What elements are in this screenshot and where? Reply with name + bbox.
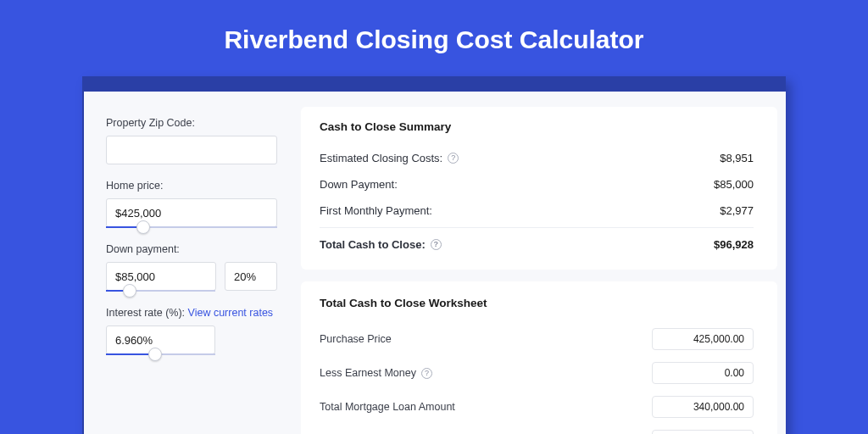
- summary-row-value: $2,977: [720, 204, 754, 217]
- down-payment-field: Down payment: $85,000 20%: [106, 243, 277, 292]
- help-icon[interactable]: ?: [421, 368, 432, 379]
- zip-field: Property Zip Code:: [106, 117, 277, 164]
- summary-row-label: Estimated Closing Costs:: [320, 152, 442, 164]
- summary-total-value: $96,928: [714, 238, 754, 251]
- home-price-slider[interactable]: [106, 226, 277, 228]
- home-price-label: Home price:: [106, 180, 277, 192]
- interest-rate-label-text: Interest rate (%):: [106, 307, 185, 319]
- summary-total-label: Total Cash to Close:: [320, 238, 426, 251]
- worksheet-row: Total Mortgage Loan Amount 340,000.00: [320, 391, 754, 425]
- help-icon[interactable]: ?: [431, 239, 442, 250]
- summary-row-value: $85,000: [714, 178, 754, 191]
- zip-input[interactable]: [106, 136, 277, 164]
- down-payment-slider[interactable]: [106, 290, 215, 292]
- worksheet-row-input[interactable]: 425,000.00: [652, 328, 754, 350]
- input-sidebar: Property Zip Code: Home price: $425,000 …: [84, 92, 296, 434]
- slider-thumb-icon[interactable]: [148, 348, 162, 361]
- worksheet-row: Purchase Price 425,000.00: [320, 323, 754, 357]
- worksheet-row-label: Purchase Price: [320, 333, 392, 345]
- interest-rate-slider[interactable]: [106, 353, 215, 355]
- worksheet-row-input[interactable]: 340,000.00: [652, 396, 754, 418]
- down-payment-pct-input[interactable]: 20%: [225, 262, 277, 291]
- interest-rate-field: Interest rate (%): View current rates 6.…: [106, 307, 277, 355]
- calculator-card: Property Zip Code: Home price: $425,000 …: [84, 92, 786, 434]
- worksheet-row-label: Less Earnest Money: [320, 367, 416, 379]
- results-panel: Cash to Close Summary Estimated Closing …: [296, 92, 786, 434]
- cash-to-close-summary: Cash to Close Summary Estimated Closing …: [301, 107, 777, 270]
- worksheet-row: Total Second Mortgage Amount ?: [320, 425, 754, 434]
- help-icon[interactable]: ?: [448, 153, 459, 164]
- worksheet-row-label: Total Mortgage Loan Amount: [320, 401, 455, 413]
- summary-total-row: Total Cash to Close: ? $96,928: [320, 227, 754, 258]
- zip-label: Property Zip Code:: [106, 117, 277, 129]
- page-title: Riverbend Closing Cost Calculator: [0, 0, 868, 76]
- summary-heading: Cash to Close Summary: [320, 120, 754, 133]
- slider-thumb-icon[interactable]: [136, 220, 150, 234]
- view-current-rates-link[interactable]: View current rates: [188, 307, 274, 319]
- worksheet-heading: Total Cash to Close Worksheet: [320, 297, 754, 309]
- worksheet-row-input[interactable]: 0.00: [652, 362, 754, 384]
- summary-row: First Monthly Payment: $2,977: [320, 198, 754, 224]
- summary-row-label: Down Payment:: [320, 178, 398, 191]
- home-price-field: Home price: $425,000: [106, 180, 277, 228]
- summary-row-value: $8,951: [720, 152, 754, 164]
- interest-rate-label: Interest rate (%): View current rates: [106, 307, 277, 319]
- home-price-input[interactable]: $425,000: [106, 198, 277, 227]
- cash-to-close-worksheet: Total Cash to Close Worksheet Purchase P…: [301, 281, 777, 434]
- down-payment-label: Down payment:: [106, 243, 277, 255]
- down-payment-amount-input[interactable]: $85,000: [106, 262, 216, 291]
- summary-row: Estimated Closing Costs: ? $8,951: [320, 145, 754, 171]
- worksheet-row-input[interactable]: [652, 430, 754, 434]
- summary-row: Down Payment: $85,000: [320, 171, 754, 198]
- summary-row-label: First Monthly Payment:: [320, 204, 432, 217]
- calculator-card-shadow: Property Zip Code: Home price: $425,000 …: [82, 76, 786, 434]
- worksheet-row: Less Earnest Money ? 0.00: [320, 357, 754, 391]
- slider-thumb-icon[interactable]: [123, 284, 136, 298]
